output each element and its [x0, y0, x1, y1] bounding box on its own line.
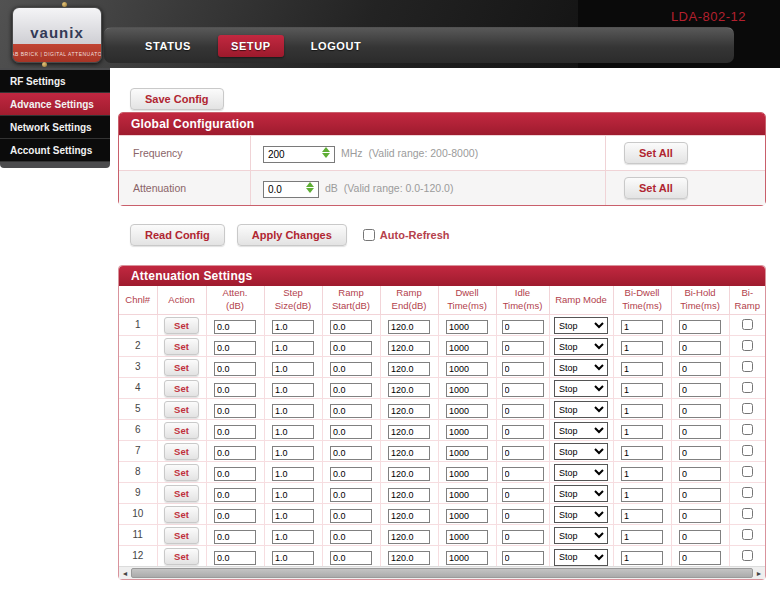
idle-time-input[interactable]: [502, 446, 544, 460]
bi-dwell-time-input[interactable]: [621, 509, 663, 523]
idle-time-input[interactable]: [502, 551, 544, 565]
set-button[interactable]: Set: [164, 422, 199, 439]
step-size-input[interactable]: [272, 341, 314, 355]
step-size-input[interactable]: [272, 467, 314, 481]
idle-time-input[interactable]: [502, 530, 544, 544]
idle-time-input[interactable]: [502, 425, 544, 439]
ramp-mode-select[interactable]: Stop: [554, 485, 608, 502]
bi-hold-time-input[interactable]: [679, 530, 721, 544]
atten-input[interactable]: [214, 551, 256, 565]
ramp-end-input[interactable]: [388, 404, 430, 418]
ramp-start-input[interactable]: [330, 404, 372, 418]
atten-input[interactable]: [214, 509, 256, 523]
set-button[interactable]: Set: [164, 464, 199, 481]
dwell-time-input[interactable]: [446, 467, 488, 481]
sidebar-item-advance-settings[interactable]: Advance Settings: [0, 93, 110, 116]
ramp-start-input[interactable]: [330, 320, 372, 334]
bi-ramp-checkbox[interactable]: [742, 466, 753, 477]
bi-ramp-checkbox[interactable]: [742, 487, 753, 498]
bi-hold-time-input[interactable]: [679, 404, 721, 418]
ramp-start-input[interactable]: [330, 551, 372, 565]
atten-input[interactable]: [214, 404, 256, 418]
dwell-time-input[interactable]: [446, 425, 488, 439]
bi-hold-time-input[interactable]: [679, 551, 721, 565]
ramp-end-input[interactable]: [388, 488, 430, 502]
step-size-input[interactable]: [272, 404, 314, 418]
ramp-mode-select[interactable]: Stop: [554, 359, 608, 376]
ramp-end-input[interactable]: [388, 425, 430, 439]
auto-refresh-checkbox[interactable]: [363, 229, 375, 241]
ramp-end-input[interactable]: [388, 362, 430, 376]
read-config-button[interactable]: Read Config: [130, 224, 225, 246]
bi-dwell-time-input[interactable]: [621, 425, 663, 439]
set-button[interactable]: Set: [164, 485, 199, 502]
ramp-end-input[interactable]: [388, 530, 430, 544]
ramp-end-input[interactable]: [388, 509, 430, 523]
idle-time-input[interactable]: [502, 362, 544, 376]
sidebar-item-rf-settings[interactable]: RF Settings: [0, 70, 110, 93]
ramp-end-input[interactable]: [388, 446, 430, 460]
step-size-input[interactable]: [272, 551, 314, 565]
ramp-mode-select[interactable]: Stop: [554, 443, 608, 460]
step-size-input[interactable]: [272, 383, 314, 397]
atten-input[interactable]: [214, 446, 256, 460]
attenuation-set-all-button[interactable]: Set All: [624, 177, 688, 199]
ramp-end-input[interactable]: [388, 383, 430, 397]
sidebar-item-network-settings[interactable]: Network Settings: [0, 116, 110, 139]
dwell-time-input[interactable]: [446, 341, 488, 355]
bi-dwell-time-input[interactable]: [621, 467, 663, 481]
bi-hold-time-input[interactable]: [679, 467, 721, 481]
scroll-right-icon[interactable]: ►: [754, 567, 764, 580]
bi-dwell-time-input[interactable]: [621, 488, 663, 502]
scrollbar-thumb[interactable]: [131, 568, 753, 578]
bi-dwell-time-input[interactable]: [621, 383, 663, 397]
bi-ramp-checkbox[interactable]: [742, 508, 753, 519]
ramp-start-input[interactable]: [330, 467, 372, 481]
dwell-time-input[interactable]: [446, 404, 488, 418]
dwell-time-input[interactable]: [446, 530, 488, 544]
nav-item-logout[interactable]: LOGOUT: [298, 35, 375, 57]
ramp-mode-select[interactable]: Stop: [554, 338, 608, 355]
set-button[interactable]: Set: [164, 380, 199, 397]
set-button[interactable]: Set: [164, 401, 199, 418]
ramp-start-input[interactable]: [330, 362, 372, 376]
idle-time-input[interactable]: [502, 509, 544, 523]
apply-changes-button[interactable]: Apply Changes: [237, 224, 347, 246]
bi-hold-time-input[interactable]: [679, 425, 721, 439]
bi-ramp-checkbox[interactable]: [742, 424, 753, 435]
set-button[interactable]: Set: [164, 506, 199, 523]
dwell-time-input[interactable]: [446, 383, 488, 397]
bi-dwell-time-input[interactable]: [621, 530, 663, 544]
atten-input[interactable]: [214, 488, 256, 502]
ramp-end-input[interactable]: [388, 341, 430, 355]
ramp-end-input[interactable]: [388, 320, 430, 334]
table-horizontal-scrollbar[interactable]: ◄ ►: [119, 566, 765, 579]
scroll-left-icon[interactable]: ◄: [120, 567, 130, 580]
idle-time-input[interactable]: [502, 467, 544, 481]
bi-ramp-checkbox[interactable]: [742, 382, 753, 393]
nav-item-status[interactable]: STATUS: [132, 35, 204, 57]
auto-refresh-label[interactable]: Auto-Refresh: [380, 229, 450, 241]
dwell-time-input[interactable]: [446, 509, 488, 523]
frequency-set-all-button[interactable]: Set All: [624, 142, 688, 164]
ramp-end-input[interactable]: [388, 551, 430, 565]
ramp-start-input[interactable]: [330, 383, 372, 397]
ramp-mode-select[interactable]: Stop: [554, 506, 608, 523]
bi-hold-time-input[interactable]: [679, 509, 721, 523]
set-button[interactable]: Set: [164, 338, 199, 355]
step-size-input[interactable]: [272, 446, 314, 460]
ramp-end-input[interactable]: [388, 467, 430, 481]
dwell-time-input[interactable]: [446, 320, 488, 334]
bi-ramp-checkbox[interactable]: [742, 403, 753, 414]
bi-ramp-checkbox[interactable]: [742, 340, 753, 351]
bi-hold-time-input[interactable]: [679, 488, 721, 502]
set-button[interactable]: Set: [164, 527, 199, 544]
bi-ramp-checkbox[interactable]: [742, 319, 753, 330]
ramp-start-input[interactable]: [330, 425, 372, 439]
spinner-icon[interactable]: [306, 182, 315, 193]
set-button[interactable]: Set: [164, 443, 199, 460]
idle-time-input[interactable]: [502, 404, 544, 418]
bi-hold-time-input[interactable]: [679, 446, 721, 460]
atten-input[interactable]: [214, 383, 256, 397]
ramp-start-input[interactable]: [330, 341, 372, 355]
